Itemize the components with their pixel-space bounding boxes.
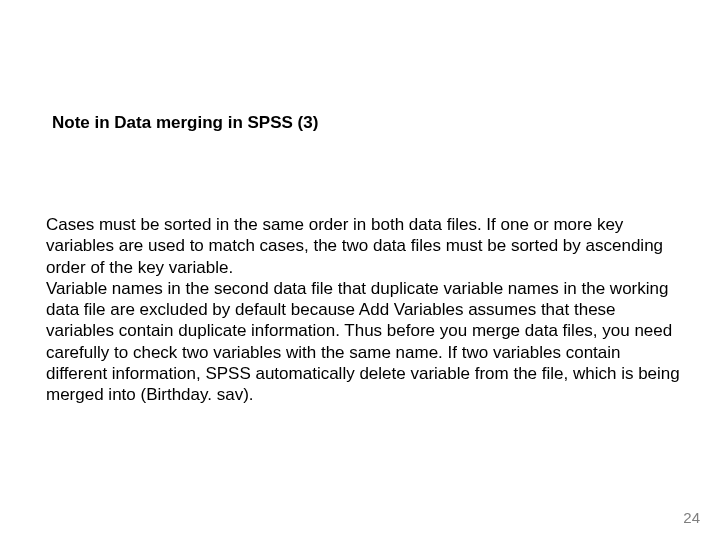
page-number: 24: [683, 509, 700, 526]
slide-body-text: Cases must be sorted in the same order i…: [46, 214, 680, 405]
slide-title: Note in Data merging in SPSS (3): [52, 112, 318, 134]
slide: Note in Data merging in SPSS (3) Cases m…: [0, 0, 720, 540]
